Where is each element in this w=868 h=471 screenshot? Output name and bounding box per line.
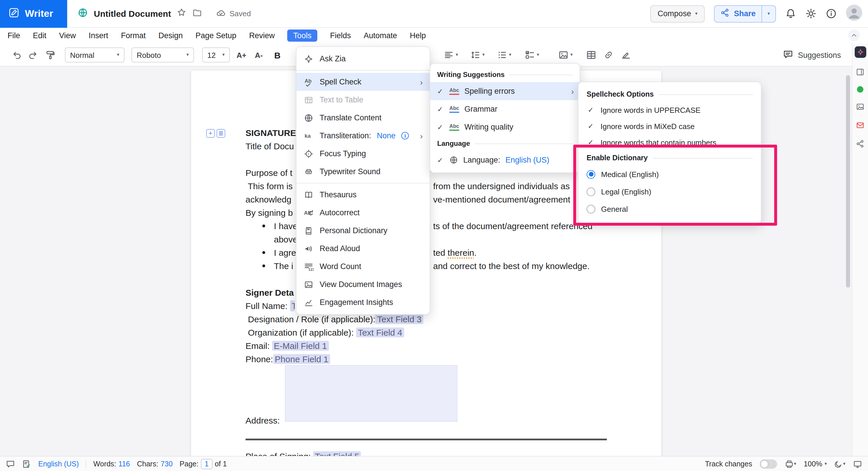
email-field-chip[interactable]: E-Mail Field 1 [272, 341, 329, 351]
menu-insert[interactable]: Insert [89, 31, 108, 40]
menu-fields[interactable]: Fields [330, 31, 351, 40]
status-bar-right: Track changes ▾ 100% ▾ ▾ [705, 459, 862, 468]
connections-icon[interactable] [856, 139, 865, 148]
document-images-icon [303, 280, 314, 289]
decrease-font-button[interactable]: A- [251, 47, 267, 63]
bullet-list-button[interactable]: ▾ [497, 47, 511, 63]
text-field-chip[interactable]: Text Field 4 [356, 328, 404, 337]
suggestions-button[interactable]: Suggestions [783, 47, 841, 63]
menu-item-focus-typing[interactable]: Focus Typing [297, 145, 430, 163]
quick-insert-list-icon[interactable]: ≣ [217, 129, 225, 138]
collapse-ribbon-icon[interactable] [848, 30, 860, 41]
word-count[interactable]: Words: 116 [93, 460, 130, 468]
quick-insert-plus-icon[interactable]: + [206, 129, 215, 138]
notifications-bell-icon[interactable] [785, 8, 796, 19]
menu-item-autocorrect[interactable]: Ab Autocorrect [297, 204, 430, 222]
menu-format[interactable]: Format [121, 31, 146, 40]
redo-button[interactable] [26, 47, 40, 63]
folder-icon[interactable] [192, 7, 203, 20]
insert-image-button[interactable]: ▾ [558, 47, 573, 63]
insert-table-button[interactable] [586, 47, 596, 63]
insert-field-button[interactable] [621, 47, 631, 63]
user-avatar[interactable] [846, 4, 862, 23]
bold-button[interactable]: B [270, 47, 285, 63]
help-info-icon[interactable] [826, 8, 837, 19]
compose-button[interactable]: Compose ▾ [650, 5, 705, 22]
menu-review[interactable]: Review [249, 31, 275, 40]
display-mode-icon[interactable] [853, 459, 862, 468]
panel-toggle-icon[interactable] [856, 68, 865, 76]
undo-button[interactable] [9, 47, 24, 63]
status-dot-icon[interactable] [857, 86, 863, 93]
info-icon[interactable]: i [401, 132, 409, 139]
share-button[interactable]: Share ▾ [714, 5, 776, 22]
document-language[interactable]: English (US) [38, 460, 79, 468]
format-painter-button[interactable] [43, 47, 58, 63]
menu-item-word-count[interactable]: 123 Word Count [297, 258, 430, 275]
document-info: Untitled Document Saved [78, 7, 251, 20]
menu-item-writing-quality[interactable]: ✓ Abc Writing quality [430, 118, 580, 136]
paragraph-style-select[interactable]: Normal ▾ [65, 47, 124, 63]
page-number-input[interactable]: 1 [201, 459, 213, 469]
menu-item-typewriter-sound[interactable]: Typewriter Sound [297, 163, 430, 180]
favorite-star-icon[interactable] [177, 7, 187, 20]
menu-item-grammar[interactable]: ✓ Abc Grammar [430, 100, 580, 118]
menu-item-language[interactable]: ✓ Language: English (US) [430, 151, 580, 169]
share-dropdown[interactable]: ▾ [762, 5, 775, 22]
document-title[interactable]: Untitled Document [94, 9, 171, 19]
text-field-chip[interactable]: Text Field 3 [375, 314, 423, 324]
chevron-down-icon: ▾ [825, 462, 827, 466]
menu-item-view-document-images[interactable]: View Document Images [297, 275, 430, 293]
track-changes-toggle[interactable] [760, 459, 777, 468]
writer-logo[interactable]: Writer [0, 0, 67, 28]
doc-line: Purpose of t [246, 167, 292, 178]
page-view-icon[interactable]: ▾ [785, 459, 796, 468]
menu-automate[interactable]: Automate [364, 31, 397, 40]
document-scrollbar[interactable] [846, 75, 850, 288]
misspelled-word: therein [447, 248, 474, 258]
option-ignore-uppercase[interactable]: ✓ Ignore words in UPPERCASE [579, 102, 761, 118]
font-family-select[interactable]: Roboto ▾ [131, 47, 194, 63]
text-field-chip[interactable]: Text Field 2 [290, 300, 294, 311]
language-globe-icon [450, 156, 458, 164]
line-spacing-button[interactable]: ▾ [470, 47, 485, 63]
mail-icon[interactable] [856, 121, 865, 130]
menu-item-text-to-table[interactable]: Text to Table [297, 91, 430, 109]
text-align-button[interactable]: ▾ [443, 47, 458, 63]
font-size-select[interactable]: 12 ▾ [202, 47, 230, 63]
comments-icon[interactable] [6, 459, 15, 468]
menu-page-setup[interactable]: Page Setup [195, 31, 236, 40]
menu-item-ask-zia[interactable]: Ask Zia [297, 50, 430, 68]
increase-font-button[interactable]: A+ [234, 47, 249, 63]
menu-item-personal-dictionary[interactable]: Personal Dictionary [297, 222, 430, 240]
settings-gear-icon[interactable] [805, 8, 816, 19]
menu-item-label: Transliteration: [320, 131, 371, 140]
menu-file[interactable]: File [7, 31, 20, 40]
char-count[interactable]: Chars: 730 [137, 460, 173, 468]
night-mode-icon[interactable]: ▾ [834, 460, 845, 468]
text-field-chip[interactable]: Text Field 5 [313, 451, 361, 456]
option-ignore-mixed-case[interactable]: ✓ Ignore words in MiXeD case [579, 118, 761, 134]
insert-link-button[interactable] [603, 47, 614, 63]
menu-item-translate-content[interactable]: Translate Content [297, 109, 430, 127]
menu-help[interactable]: Help [410, 31, 426, 40]
menu-item-transliteration[interactable]: ka Transliteration: None i › [297, 127, 430, 145]
menu-edit[interactable]: Edit [33, 31, 46, 40]
menu-tools[interactable]: Tools [287, 30, 317, 42]
menu-item-spell-check[interactable]: Ab Spell Check › [297, 73, 430, 91]
checklist-button[interactable]: ▾ [525, 47, 539, 63]
doc-line: This form is [246, 180, 293, 192]
gallery-icon[interactable] [856, 102, 865, 111]
menu-item-spelling-errors[interactable]: ✓ Abc Spelling errors › [430, 82, 580, 100]
address-text-field[interactable] [285, 365, 458, 422]
menu-item-thesaurus[interactable]: Thesaurus [297, 186, 430, 204]
proofing-status-icon[interactable] [22, 459, 31, 468]
zia-assistant-icon[interactable] [855, 46, 866, 58]
menu-item-engagement-insights[interactable]: Engagement Insights [297, 293, 430, 311]
zoom-control[interactable]: 100% ▾ [804, 460, 827, 468]
menu-design[interactable]: Design [158, 31, 183, 40]
menu-item-read-aloud[interactable]: Read Aloud [297, 240, 430, 258]
menu-view[interactable]: View [59, 31, 76, 40]
phone-field-chip[interactable]: Phone Field 1 [273, 354, 330, 364]
bullet-icon [262, 251, 265, 254]
